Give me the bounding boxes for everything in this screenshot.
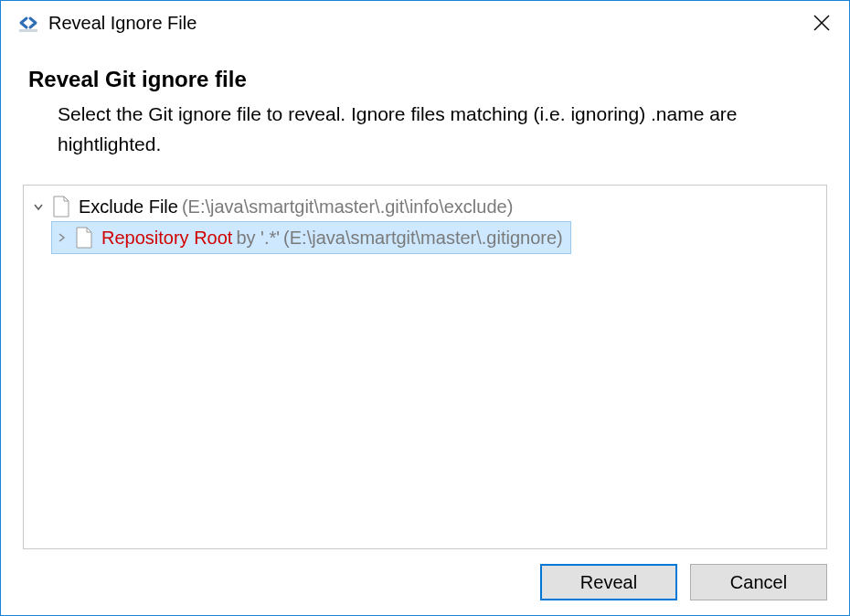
tree-item-by: by '.*' [236, 228, 280, 249]
titlebar: Reveal Ignore File [1, 1, 849, 45]
ignore-file-tree[interactable]: Exclude File (E:\java\smartgit\master\.g… [23, 185, 827, 549]
dialog-window: Reveal Ignore File Reveal Git ignore fil… [0, 0, 850, 616]
app-icon [17, 12, 39, 34]
tree-item-path: (E:\java\smartgit\master\.gitignore) [283, 228, 563, 249]
tree-item-label: Repository Root [101, 228, 232, 249]
reveal-button[interactable]: Reveal [540, 564, 677, 600]
page-description: Select the Git ignore file to reveal. Ig… [58, 100, 822, 159]
svg-rect-0 [19, 29, 37, 32]
file-icon [74, 226, 94, 250]
file-icon [51, 195, 71, 218]
dialog-footer: Reveal Cancel [1, 549, 849, 615]
page-heading: Reveal Git ignore file [28, 67, 822, 92]
tree-item-exclude-file[interactable]: Exclude File (E:\java\smartgit\master\.g… [24, 191, 826, 222]
close-button[interactable] [803, 5, 840, 41]
tree-item-repository-root[interactable]: Repository Root by '.*' (E:\java\smartgi… [24, 222, 826, 253]
window-title: Reveal Ignore File [48, 13, 803, 34]
cancel-button[interactable]: Cancel [690, 564, 827, 600]
expand-toggle-icon[interactable] [29, 197, 48, 216]
tree-item-label: Exclude File [79, 196, 178, 218]
header-area: Reveal Git ignore file Select the Git ig… [1, 45, 849, 168]
expand-toggle-icon[interactable] [52, 228, 70, 247]
tree-item-path: (E:\java\smartgit\master\.git\info\exclu… [182, 196, 513, 218]
